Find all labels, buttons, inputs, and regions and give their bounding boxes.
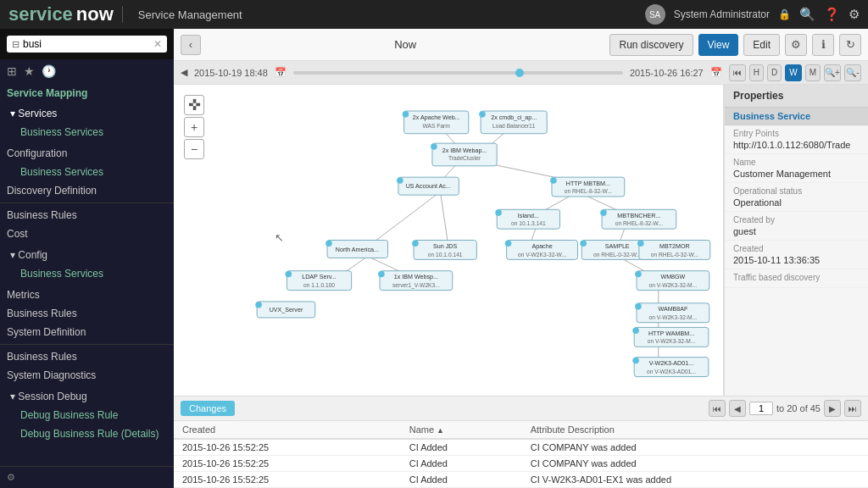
timeline-first-btn[interactable]: ⏮	[729, 64, 746, 81]
view-button[interactable]: View	[698, 34, 739, 56]
run-discovery-button[interactable]: Run discovery	[609, 34, 693, 56]
refresh-icon[interactable]: ↻	[839, 34, 861, 56]
clock-icon[interactable]: 🕐	[42, 64, 56, 78]
svg-text:WAS Farm: WAS Farm	[423, 123, 451, 129]
timeline-date-left: 2015-10-19 18:48	[194, 68, 268, 78]
node-north-america[interactable]: North America...	[326, 241, 387, 258]
sidebar: ⊟ ✕ ⊞ ★ 🕐 Service Mapping ▾ Services Bus…	[0, 29, 174, 488]
properties-field-entry-points: Entry Points http://10.1.0.112:6080/Trad…	[725, 125, 868, 154]
sidebar-item-system-def[interactable]: System Definition	[0, 323, 174, 341]
search-input-wrap[interactable]: ⊟ ✕	[7, 36, 167, 53]
node-ldap[interactable]: LDAP Serv... on 1.1.0.100	[286, 271, 352, 291]
sidebar-item-cost[interactable]: Cost	[0, 225, 174, 243]
node-uvx-server[interactable]: UVX_Server	[255, 302, 315, 318]
col-header-attr-desc[interactable]: Attribute Description	[522, 421, 868, 439]
properties-field-name: Name Customer Management	[725, 154, 868, 183]
node-ibm-webapp[interactable]: 2x IBM Webap... TradeCluster	[431, 143, 497, 166]
sidebar-group-session-debug-label[interactable]: ▾ Session Debug	[0, 387, 174, 406]
node-v-w2k3-ad01[interactable]: V-W2K3-AD01... on V-W2K3-AD01...	[632, 358, 709, 377]
timeline-slider[interactable]	[293, 71, 623, 75]
timeline-d-btn[interactable]: D	[767, 64, 782, 81]
node-wm8gw[interactable]: WM8GW on V-W2K3-32-M...	[635, 271, 709, 291]
search-input[interactable]	[23, 38, 150, 50]
sidebar-item-business-services-2[interactable]: Business Services	[0, 163, 174, 181]
zoom-out-btn[interactable]: 🔍-	[844, 64, 861, 81]
cell-name-3[interactable]: CI Added	[401, 472, 522, 488]
sidebar-item-business-rules-3[interactable]: Business Rules	[0, 347, 174, 366]
node-sun-jds[interactable]: Sun JDS on 10.1.0.141	[412, 241, 476, 260]
node-wamb8af[interactable]: WAMB8AF on V-W2K3-32-M...	[635, 303, 709, 323]
node-http-wambm[interactable]: HTTP WAMBM... on V-W2K3-32-M...	[632, 327, 709, 347]
col-header-name[interactable]: Name ▲	[401, 421, 522, 439]
node-http-mbtbm[interactable]: HTTP MBTBM... on RHEL-8-32-W...	[550, 177, 625, 197]
sidebar-item-configuration[interactable]: Configuration	[0, 144, 174, 163]
changes-tab[interactable]: Changes	[181, 401, 235, 416]
map-nodes[interactable]: 2x Apache Web... WAS Farm 2x cmdb_ci_ap.…	[255, 111, 710, 377]
sidebar-item-metrics[interactable]: Metrics	[0, 286, 174, 304]
cell-name-2[interactable]: CI Added	[401, 456, 522, 472]
clear-search-icon[interactable]: ✕	[153, 38, 162, 50]
avatar: SA	[645, 4, 665, 25]
user-name: System Administrator	[674, 8, 770, 20]
sidebar-item-business-services-3[interactable]: Business Services	[0, 264, 174, 283]
edit-button[interactable]: Edit	[743, 34, 780, 56]
sidebar-item-debug-rule-details[interactable]: Debug Business Rule (Details)	[0, 424, 174, 443]
svg-text:SAMPLE: SAMPLE	[605, 243, 630, 250]
svg-text:WM8GW: WM8GW	[660, 274, 685, 280]
changes-table-body: 2015-10-26 15:52:25 CI Added CI COMPANY …	[174, 439, 868, 488]
main-toolbar: ‹ Now Run discovery View Edit ⚙ ℹ ↻	[174, 29, 868, 61]
calendar-right-icon[interactable]: 📅	[710, 67, 722, 78]
map-zoom-in-btn[interactable]: +	[184, 117, 204, 137]
sidebar-group-config-label[interactable]: ▾ Config	[0, 246, 174, 264]
zoom-in-btn[interactable]: 🔍+	[824, 64, 841, 81]
node-cmdb[interactable]: 2x cmdb_ci_ap... Load Balancer11	[479, 111, 547, 134]
timeline-slider-handle[interactable]	[515, 69, 524, 77]
sidebar-footer[interactable]: ⚙	[0, 466, 174, 488]
node-apache-web[interactable]: 2x Apache Web... WAS Farm	[403, 111, 469, 134]
home-icon[interactable]: ⊞	[7, 64, 17, 78]
star-icon[interactable]: ★	[24, 64, 35, 78]
info-icon[interactable]: ℹ	[812, 34, 834, 56]
settings-gear-icon[interactable]: ⚙	[785, 34, 807, 56]
prev-page-btn[interactable]: ◀	[729, 400, 746, 417]
node-ibm-websp[interactable]: 1x IBM Websp... server1_V-W2K3...	[378, 271, 453, 291]
search-topbar-icon[interactable]: 🔍	[799, 7, 815, 22]
sidebar-item-business-rules-1[interactable]: Business Rules	[0, 206, 174, 225]
first-page-btn[interactable]: ⏮	[709, 400, 726, 417]
sidebar-item-business-rules-2[interactable]: Business Rules	[0, 304, 174, 323]
sidebar-group-services-label[interactable]: ▾ Services	[0, 104, 174, 123]
timeline-m-btn[interactable]: M	[805, 64, 821, 81]
sidebar-section-service-mapping[interactable]: Service Mapping	[0, 83, 174, 102]
properties-section-title: Business Service	[725, 108, 868, 125]
sidebar-item-system-diag[interactable]: System Diagnostics	[0, 366, 174, 385]
help-icon[interactable]: ❓	[824, 7, 840, 22]
page-input[interactable]	[749, 402, 773, 415]
sidebar-item-discovery-def[interactable]: Discovery Definition	[0, 181, 174, 200]
node-island[interactable]: Island... on 10.1.3.141	[495, 209, 559, 229]
next-page-btn[interactable]: ▶	[824, 400, 841, 417]
sidebar-divider-2	[0, 344, 174, 345]
cell-created-3: 2015-10-26 15:52:25	[174, 472, 401, 488]
timeline-nav-left[interactable]: ◀	[181, 67, 187, 78]
settings-icon[interactable]: ⚙	[849, 7, 860, 22]
node-apache[interactable]: Apache on V-W2K3-32-W...	[505, 241, 578, 260]
sidebar-group-services: ▾ Services Business Services	[0, 102, 174, 144]
sidebar-item-business-services-1[interactable]: Business Services	[0, 123, 174, 141]
map-zoom-out-btn[interactable]: −	[184, 139, 204, 159]
node-mbt2mor[interactable]: MBT2MOR on RHEL-0-32-W...	[637, 241, 710, 260]
map-compass-icon[interactable]: ✜	[184, 95, 204, 115]
col-header-created[interactable]: Created	[174, 421, 401, 439]
sidebar-item-debug-rule[interactable]: Debug Business Rule	[0, 406, 174, 424]
logo-service: service	[8, 3, 73, 25]
timeline-h-btn[interactable]: H	[749, 64, 764, 81]
last-page-btn[interactable]: ⏭	[844, 400, 861, 417]
node-mbtbncher[interactable]: MBTBNCHER... on RHEL-8-32-W...	[600, 209, 676, 229]
map-area[interactable]: ✜ + −	[174, 85, 724, 396]
calendar-left-icon[interactable]: 📅	[275, 67, 287, 78]
node-us-account[interactable]: US Account Ac...	[397, 177, 459, 195]
svg-text:V-W2K3-AD01...: V-W2K3-AD01...	[649, 360, 693, 367]
content-area: ‹ Now Run discovery View Edit ⚙ ℹ ↻ ◀ 20…	[174, 29, 868, 488]
back-button[interactable]: ‹	[181, 35, 201, 55]
timeline-w-btn[interactable]: W	[785, 64, 801, 81]
cell-name-1[interactable]: CI Added	[401, 439, 522, 456]
